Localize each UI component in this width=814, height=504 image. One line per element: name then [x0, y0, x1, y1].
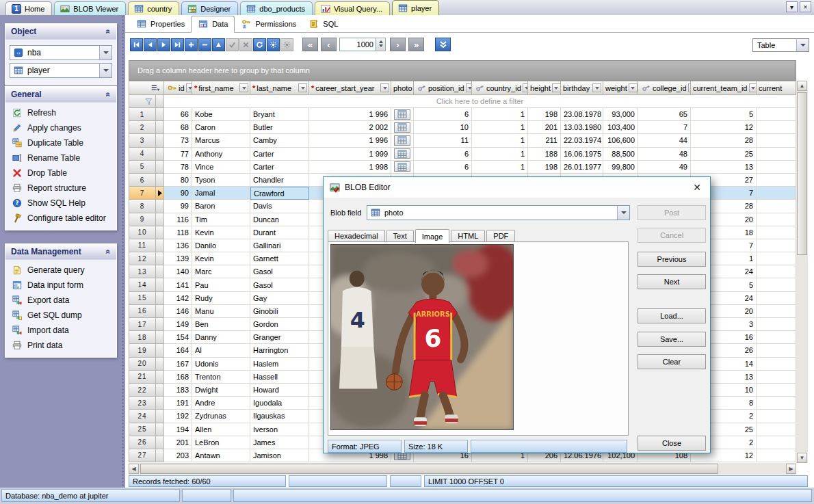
column-chooser-button[interactable]	[129, 81, 164, 95]
cell-last_name[interactable]: Gordon	[250, 318, 309, 331]
cell-current[interactable]	[757, 134, 796, 147]
horizontal-scroll-thumb[interactable]	[140, 464, 718, 474]
cell-last_name[interactable]: Granger	[250, 331, 309, 344]
filter-row[interactable]: Click here to define a filter	[129, 95, 796, 108]
cell-id[interactable]: 136	[164, 239, 192, 252]
window-tab-blob-viewer[interactable]: BLOB Viewer	[54, 1, 126, 15]
cell-position_id[interactable]: 10	[414, 121, 472, 134]
row-number[interactable]: 19	[129, 344, 156, 357]
cell-height[interactable]: 211	[528, 134, 561, 147]
cell-first_name[interactable]: Jamal	[192, 187, 250, 200]
sidebar-item-configure-table-editor[interactable]: Configure table editor	[5, 211, 116, 226]
blob-cell-button[interactable]	[394, 109, 410, 120]
row-number[interactable]: 3	[129, 134, 156, 147]
table-row[interactable]: 373MarcusCamby1 99611121122.03.1974106,6…	[129, 134, 796, 147]
cell-last_name[interactable]: Camby	[250, 134, 309, 147]
column-header-birthday[interactable]: birthday	[561, 81, 603, 95]
column-header-position_id[interactable]: position_id	[414, 81, 472, 95]
row-number[interactable]: 10	[129, 226, 156, 239]
tab-properties[interactable]: Properties	[130, 16, 191, 32]
cell-last_name[interactable]: Howard	[250, 384, 309, 397]
cell-id[interactable]: 192	[164, 410, 192, 423]
page-first-icon[interactable]: «	[302, 38, 318, 51]
cell-team_id[interactable]: 25	[691, 148, 757, 161]
page-next-icon[interactable]: ›	[390, 38, 406, 51]
cell-id[interactable]: 142	[164, 292, 192, 305]
next-record-button[interactable]	[157, 38, 170, 51]
dialog-title-bar[interactable]: BLOB Editor ✕	[324, 177, 710, 198]
cell-first_name[interactable]: Anthony	[192, 148, 250, 161]
cell-photo[interactable]	[391, 121, 414, 134]
row-number[interactable]: 9	[129, 213, 156, 226]
cell-last_name[interactable]: Davis	[250, 200, 309, 213]
row-number[interactable]: 12	[129, 252, 156, 265]
column-header-year[interactable]: *career_start_year	[309, 81, 391, 95]
sidebar-item-drop-table[interactable]: Drop Table	[5, 165, 116, 181]
cell-id[interactable]: 140	[164, 265, 192, 278]
cell-id[interactable]: 164	[164, 344, 192, 357]
window-tab-visual-query[interactable]: Visual Query...	[315, 1, 390, 15]
general-panel-header[interactable]: General «	[5, 87, 116, 103]
blob-tab-image[interactable]: Image	[415, 229, 450, 243]
collapse-icon[interactable]: «	[104, 92, 114, 97]
column-header-height[interactable]: height	[528, 81, 561, 95]
commit-transaction-button[interactable]	[267, 38, 280, 51]
cell-current[interactable]	[757, 305, 796, 318]
cell-first_name[interactable]: Tyson	[192, 174, 250, 187]
filter-dropdown-icon[interactable]	[186, 83, 192, 92]
row-number[interactable]: 8	[129, 200, 156, 213]
cell-id[interactable]: 167	[164, 358, 192, 371]
sidebar-item-import-data[interactable]: Import data	[5, 323, 116, 338]
sidebar-item-duplicate-table[interactable]: Duplicate Table	[5, 135, 116, 150]
cell-id[interactable]: 90	[164, 187, 192, 200]
column-header-last_name[interactable]: *last_name	[250, 81, 309, 95]
cell-first_name[interactable]: Danilo	[192, 239, 250, 252]
cell-id[interactable]: 201	[164, 436, 192, 449]
sidebar-item-generate-query[interactable]: Generate query	[5, 263, 116, 278]
window-tab-dbo-products[interactable]: dbo_products	[240, 1, 313, 15]
cell-id[interactable]: 194	[164, 423, 192, 436]
cell-current[interactable]	[757, 226, 796, 239]
blob-cell-button[interactable]	[394, 122, 410, 133]
row-number[interactable]: 13	[129, 265, 156, 278]
row-number[interactable]: 4	[129, 148, 156, 161]
cell-last_name[interactable]: Bryant	[250, 108, 309, 121]
cell-last_name[interactable]: Carter	[250, 148, 309, 161]
sidebar-item-show-sql-help[interactable]: ?Show SQL Help	[5, 196, 116, 211]
cell-last_name[interactable]: Gay	[250, 292, 309, 305]
cell-last_name[interactable]: Crawford	[250, 187, 309, 200]
row-number[interactable]: 1	[129, 108, 156, 121]
cell-team_id[interactable]: 12	[691, 121, 757, 134]
column-header-photo[interactable]: photo	[391, 81, 414, 95]
group-by-bar[interactable]: Drag a column header here to group by th…	[129, 60, 796, 81]
cell-college_id[interactable]: 48	[638, 148, 691, 161]
blob-tab-text[interactable]: Text	[386, 230, 414, 242]
chevron-down-icon[interactable]	[796, 39, 809, 51]
cell-last_name[interactable]: Iguodala	[250, 397, 309, 410]
cell-last_name[interactable]: Gallinari	[250, 239, 309, 252]
cell-first_name[interactable]: LeBron	[192, 436, 250, 449]
filter-dropdown-icon[interactable]	[380, 83, 389, 92]
page-last-icon[interactable]: »	[408, 38, 424, 51]
tab-data[interactable]: Data	[191, 16, 235, 33]
scroll-right-icon[interactable]: ▶	[786, 464, 796, 474]
table-row[interactable]: 477AnthonyCarter1 9996118816.06.197588,5…	[129, 148, 796, 161]
cancel-edit-button[interactable]	[239, 38, 252, 51]
table-row[interactable]: 578VinceCarter1 9986119826.01.197799,800…	[129, 161, 796, 174]
sidebar-item-data-input-form[interactable]: Data input form	[5, 278, 116, 293]
sidebar-item-get-sql-dump[interactable]: Get SQL dump	[5, 308, 116, 323]
cell-country_id[interactable]: 1	[472, 121, 528, 134]
cell-first_name[interactable]: Antawn	[192, 449, 250, 462]
double-down-icon[interactable]	[435, 38, 451, 51]
row-number[interactable]: 14	[129, 278, 156, 291]
row-number[interactable]: 26	[129, 436, 156, 449]
next-button[interactable]: Next	[638, 274, 706, 289]
view-mode-combo[interactable]: Table	[752, 38, 809, 52]
table-row[interactable]: 166KobeBryant1 9966119823.08.197893,0006…	[129, 108, 796, 121]
cell-photo[interactable]	[391, 134, 414, 147]
cell-position_id[interactable]: 6	[414, 108, 472, 121]
cell-id[interactable]: 146	[164, 305, 192, 318]
cell-last_name[interactable]: Hassell	[250, 371, 309, 384]
cell-first_name[interactable]: Manu	[192, 305, 250, 318]
cell-current[interactable]	[757, 148, 796, 161]
